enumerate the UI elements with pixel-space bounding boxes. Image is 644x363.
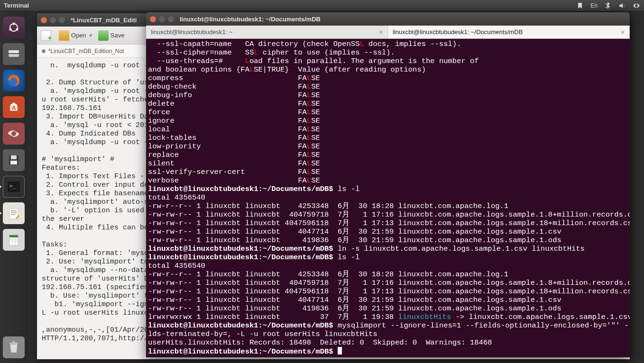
- tab-label: linuxcbt@linuxcbtubudesk1: ~: [151, 28, 233, 36]
- svg-rect-10: [11, 155, 17, 159]
- svg-point-3: [9, 28, 12, 31]
- launcher-calc[interactable]: [3, 229, 25, 251]
- launcher-software[interactable]: A: [3, 96, 25, 118]
- terminal-tab-1[interactable]: linuxcbt@linuxcbtubudesk1: ~ ×: [146, 26, 388, 38]
- terminal-title: linuxcbt@linuxcbtubudesk1: ~/Documents/m…: [180, 16, 321, 23]
- svg-rect-25: [12, 341, 15, 343]
- svg-text:A: A: [12, 105, 16, 111]
- svg-text:>_: >_: [9, 183, 16, 189]
- minimize-icon[interactable]: [50, 17, 56, 23]
- close-icon[interactable]: [41, 17, 47, 23]
- svg-rect-11: [10, 161, 17, 164]
- svg-rect-19: [9, 235, 18, 237]
- app-title: Terminal: [4, 2, 29, 9]
- editor-title: *LinuxCBT_mDB_Editi: [71, 17, 137, 24]
- terminal-body[interactable]: --ssl-capath=name CA directory (check Op…: [146, 39, 630, 357]
- top-panel: Terminal En: [0, 0, 644, 11]
- maximize-icon[interactable]: [168, 16, 174, 22]
- gear-icon[interactable]: [633, 2, 640, 9]
- save-button[interactable]: Save: [98, 30, 125, 41]
- bluetooth-icon[interactable]: [604, 2, 612, 9]
- launcher-editor[interactable]: [3, 202, 25, 224]
- terminal-tabs: linuxcbt@linuxcbtubudesk1: ~ × linuxcbt@…: [146, 26, 630, 39]
- lang-indicator[interactable]: En: [590, 2, 598, 9]
- svg-rect-4: [9, 50, 19, 53]
- terminal-window: linuxcbt@linuxcbtubudesk1: ~/Documents/m…: [146, 12, 630, 357]
- terminal-titlebar[interactable]: linuxcbt@linuxcbtubudesk1: ~/Documents/m…: [146, 12, 630, 26]
- unity-launcher: A >_: [0, 11, 28, 363]
- launcher-files[interactable]: [3, 43, 25, 65]
- launcher-settings[interactable]: [3, 123, 25, 145]
- close-icon[interactable]: [150, 16, 156, 22]
- tab-label: linuxcbt@linuxcbtubudesk1: ~/Documents/m…: [393, 28, 523, 36]
- svg-rect-24: [9, 343, 18, 344]
- tab-close-icon[interactable]: ×: [379, 28, 383, 36]
- new-file-button[interactable]: [41, 30, 53, 41]
- launcher-trash[interactable]: [3, 336, 25, 358]
- svg-rect-16: [11, 212, 17, 213]
- svg-point-1: [13, 23, 15, 25]
- launcher-dash[interactable]: [3, 17, 25, 38]
- svg-point-2: [16, 28, 18, 31]
- editor-tab-label: *LinuxCBT_mDB_Edition_Not: [48, 48, 124, 54]
- launcher-save[interactable]: [3, 149, 25, 171]
- network-icon[interactable]: [576, 2, 584, 9]
- modified-dot-icon: [42, 49, 46, 53]
- tab-close-icon[interactable]: ×: [621, 28, 625, 36]
- open-button[interactable]: Open▾: [59, 30, 92, 41]
- svg-rect-15: [11, 210, 17, 211]
- sound-icon[interactable]: [618, 2, 626, 9]
- terminal-tab-2[interactable]: linuxcbt@linuxcbtubudesk1: ~/Documents/m…: [388, 26, 630, 38]
- launcher-firefox[interactable]: [3, 70, 25, 91]
- launcher-terminal[interactable]: >_: [3, 176, 25, 198]
- minimize-icon[interactable]: [159, 16, 165, 22]
- maximize-icon[interactable]: [59, 17, 65, 23]
- svg-rect-5: [9, 54, 19, 57]
- svg-rect-17: [11, 214, 15, 215]
